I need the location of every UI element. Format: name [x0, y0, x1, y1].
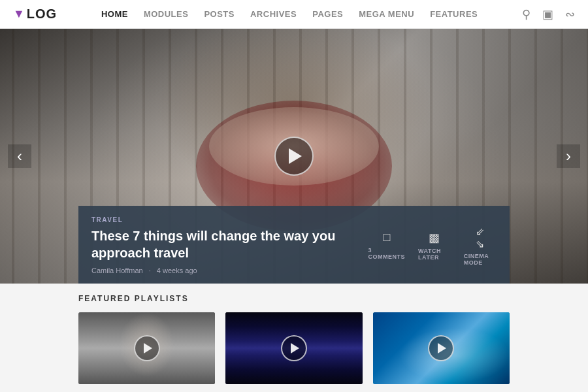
hero-actions: □ 3 COMMENTS ▩ WATCH LATER ⇙⇘ CINEMA MOD… — [368, 225, 497, 266]
hero-posted: 4 weeks ago — [157, 267, 197, 274]
hero-info-bar: TRAVEL These 7 things will change the wa… — [78, 206, 510, 284]
prev-arrow[interactable]: ‹ — [8, 144, 31, 168]
playlist-play-1[interactable] — [134, 335, 160, 361]
play-icon-3 — [438, 343, 446, 353]
cinema-mode-action[interactable]: ⇙⇘ CINEMA MODE — [464, 225, 497, 266]
hero-title[interactable]: These 7 things will change the way you a… — [91, 227, 368, 261]
header: ▼ LOG HOME MODULES POSTS ARCHIVES PAGES … — [0, 0, 588, 29]
logo-icon: ▼ — [13, 7, 25, 21]
watch-later-action[interactable]: ▩ WATCH LATER — [418, 231, 451, 261]
display-icon[interactable]: ▣ — [542, 7, 553, 22]
nav-home[interactable]: HOME — [101, 9, 128, 19]
logo-text: LOG — [27, 7, 57, 22]
hero-play-button[interactable] — [274, 137, 314, 176]
featured-section: FEATURED PLAYLISTS — [0, 284, 588, 384]
nav-features[interactable]: FEATURES — [430, 9, 478, 19]
comment-icon: □ — [383, 231, 390, 244]
playlist-item-2[interactable] — [225, 312, 362, 384]
nav-pages[interactable]: PAGES — [312, 9, 343, 19]
play-icon-2 — [291, 343, 299, 353]
nav-modules[interactable]: MODULES — [144, 9, 189, 19]
search-icon[interactable]: ⚲ — [522, 7, 531, 22]
watch-later-label: WATCH LATER — [418, 248, 451, 261]
header-actions: ⚲ ▣ ∾ — [522, 7, 575, 22]
nav-posts[interactable]: POSTS — [204, 9, 235, 19]
logo[interactable]: ▼ LOG — [13, 7, 57, 22]
hero-category: TRAVEL — [91, 216, 368, 223]
hero-section: ‹ › TRAVEL These 7 things will change th… — [0, 29, 588, 284]
cinema-label: CINEMA MODE — [464, 253, 497, 266]
nav-archives[interactable]: ARCHIVES — [250, 9, 297, 19]
screen-icon: ▩ — [429, 231, 440, 245]
main-nav: HOME MODULES POSTS ARCHIVES PAGES MEGA M… — [101, 9, 478, 19]
hero-info-left: TRAVEL These 7 things will change the wa… — [91, 216, 368, 274]
playlist-item-3[interactable] — [373, 312, 510, 384]
featured-title: FEATURED PLAYLISTS — [78, 294, 510, 303]
playlist-play-2[interactable] — [281, 335, 307, 361]
playlist-item-1[interactable] — [78, 312, 215, 384]
comments-action[interactable]: □ 3 COMMENTS — [368, 231, 406, 260]
playlist-grid — [78, 312, 510, 384]
next-arrow[interactable]: › — [557, 144, 580, 168]
playlist-play-3[interactable] — [428, 335, 454, 361]
hero-author: Camila Hoffman — [91, 267, 143, 274]
hero-dot: · — [149, 267, 151, 274]
nav-mega-menu[interactable]: MEGA MENU — [359, 9, 414, 19]
hero-meta: Camila Hoffman · 4 weeks ago — [91, 267, 368, 274]
cinema-icon: ⇙⇘ — [476, 225, 484, 250]
play-icon-1 — [144, 343, 152, 353]
play-icon — [289, 148, 302, 164]
share-icon[interactable]: ∾ — [565, 7, 575, 22]
comments-label: 3 COMMENTS — [368, 247, 406, 260]
